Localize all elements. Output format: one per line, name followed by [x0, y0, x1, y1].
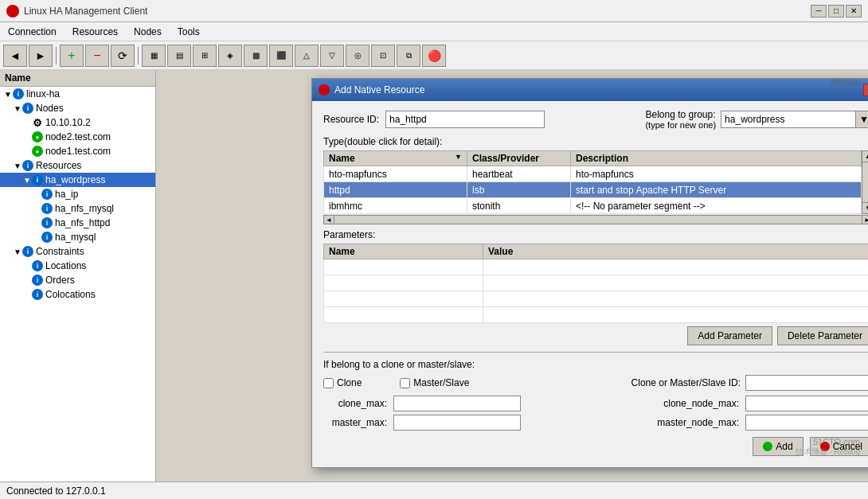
- tool10-button[interactable]: ⊡: [371, 45, 395, 67]
- sidebar-item-resources[interactable]: ▼ i Resources: [0, 158, 155, 173]
- clone-checkbox-group: Clone: [323, 377, 362, 388]
- tool1-button[interactable]: ▦: [142, 45, 166, 67]
- info-icon-ha-mysql: i: [41, 232, 53, 243]
- sidebar-label-ip: 10.10.10.2: [45, 117, 91, 128]
- sidebar-item-ha-nfs-httpd[interactable]: i ha_nfs_httpd: [0, 216, 155, 230]
- info-icon-ha-nfs-httpd: i: [41, 217, 53, 228]
- tool4-button[interactable]: ◈: [218, 45, 242, 67]
- sidebar-item-ha-wordpress[interactable]: ▼ i ha_wordpress: [0, 173, 155, 187]
- resource-id-input[interactable]: [385, 111, 545, 128]
- toolbar-separator: [56, 47, 57, 64]
- master-max-label: master_max:: [323, 417, 387, 428]
- forward-button[interactable]: ►: [29, 45, 53, 67]
- menu-bar: Connection Resources Nodes Tools: [0, 22, 868, 41]
- menu-resources[interactable]: Resources: [65, 25, 126, 39]
- params-col-name: Name: [324, 244, 483, 259]
- circle-icon-node2: ●: [32, 131, 43, 142]
- sidebar-label-resources: Resources: [36, 160, 81, 171]
- master-checkbox[interactable]: [400, 378, 410, 388]
- tree-arrow-linux-ha: ▼: [3, 90, 13, 99]
- clone-id-label: Clone or Master/Slave ID:: [631, 377, 741, 388]
- left-fields: clone_max: master_max:: [323, 396, 521, 431]
- title-bar: Linux HA Management Client ─ □ ✕: [0, 0, 868, 22]
- main-content: Add Native Resource ✕ Resource ID: Belon…: [156, 70, 868, 481]
- master-node-max-label: master_node_max:: [651, 417, 739, 428]
- minimize-button[interactable]: ─: [811, 5, 827, 18]
- sidebar-label-colocations: Colocations: [45, 289, 96, 300]
- info-icon-nodes: i: [22, 103, 33, 114]
- tool6-button[interactable]: ⬛: [269, 45, 293, 67]
- sidebar-header: Name: [0, 70, 155, 87]
- remove-button[interactable]: −: [85, 45, 109, 67]
- sidebar-label-linux-ha: linux-ha: [26, 88, 60, 99]
- clone-max-label: clone_max:: [323, 398, 387, 409]
- type-col-class: Class/Provider: [467, 151, 571, 166]
- sidebar-item-node1[interactable]: ● node1.test.com: [0, 144, 155, 158]
- sidebar: Name ▼ i linux-ha ▼ i Nodes ⚙ 10.10.10.2…: [0, 70, 156, 481]
- info-icon-locations: i: [32, 260, 43, 271]
- type-row-httpd-name: httpd: [324, 182, 467, 198]
- info-icon-ha-ip: i: [41, 189, 53, 200]
- sidebar-item-nodes[interactable]: ▼ i Nodes: [0, 101, 155, 115]
- close-button[interactable]: ✕: [846, 5, 862, 18]
- type-row-hto-class: heartbeat: [467, 166, 571, 182]
- resource-id-label: Resource ID:: [323, 114, 379, 125]
- sidebar-item-ha-ip[interactable]: i ha_ip: [0, 187, 155, 201]
- menu-connection[interactable]: Connection: [0, 25, 65, 39]
- info-icon-colocations: i: [32, 289, 43, 300]
- sidebar-item-orders[interactable]: i Orders: [0, 273, 155, 287]
- info-icon-orders: i: [32, 275, 43, 286]
- scroll-left-arrow[interactable]: ◄: [323, 215, 334, 224]
- sidebar-item-constraints[interactable]: ▼ i Constraints: [0, 244, 155, 259]
- sidebar-item-ha-nfs-mysql[interactable]: i ha_nfs_mysql: [0, 201, 155, 216]
- sidebar-label-orders: Orders: [45, 275, 75, 286]
- clone-checkbox[interactable]: [323, 378, 334, 388]
- maximize-button[interactable]: □: [828, 5, 844, 18]
- sidebar-item-locations[interactable]: i Locations: [0, 259, 155, 273]
- tree-arrow-resources: ▼: [13, 162, 22, 170]
- sidebar-label-constraints: Constraints: [36, 246, 84, 257]
- type-row-httpd-class: lsb: [467, 182, 571, 198]
- dialog-title-icon: [319, 84, 330, 96]
- add-button[interactable]: +: [60, 45, 84, 67]
- back-button[interactable]: ◄: [3, 45, 27, 67]
- app-title: Linux HA Management Client: [24, 6, 147, 17]
- clone-node-max-label: clone_node_max:: [651, 398, 739, 409]
- sidebar-item-colocations[interactable]: i Colocations: [0, 287, 155, 302]
- main-layout: Name ▼ i linux-ha ▼ i Nodes ⚙ 10.10.10.2…: [0, 70, 868, 481]
- sidebar-item-10.10.10.2[interactable]: ⚙ 10.10.10.2: [0, 115, 155, 130]
- window-controls[interactable]: ─ □ ✕: [811, 5, 862, 18]
- info-icon-constraints: i: [22, 246, 33, 257]
- tool12-button[interactable]: 🔴: [422, 45, 446, 67]
- tool3-button[interactable]: ⊞: [193, 45, 217, 67]
- sidebar-item-linux-ha[interactable]: ▼ i linux-ha: [0, 87, 155, 101]
- tool11-button[interactable]: ⧉: [397, 45, 420, 67]
- tool7-button[interactable]: △: [295, 45, 319, 67]
- master-checkbox-label: Master/Slave: [413, 377, 469, 388]
- belong-label: Belong to group:: [645, 109, 716, 120]
- watermark: 51CTO.com 技术博客 · ReBlog: [796, 437, 860, 458]
- toolbar: ◄ ► + − ⟳ ▦ ▤ ⊞ ◈ ▩ ⬛ △ ▽ ◎ ⊡ ⧉ 🔴: [0, 41, 868, 70]
- master-max-input[interactable]: [393, 415, 521, 431]
- sidebar-item-node2[interactable]: ● node2.test.com: [0, 130, 155, 144]
- info-icon-linux-ha: i: [13, 88, 24, 99]
- tool9-button[interactable]: ◎: [346, 45, 369, 67]
- sidebar-item-ha-mysql[interactable]: i ha_mysql: [0, 230, 155, 244]
- belong-sub-label: (type for new one): [645, 120, 716, 130]
- refresh-button[interactable]: ⟳: [111, 45, 135, 67]
- clone-max-input[interactable]: [393, 396, 521, 411]
- sidebar-label-ha-nfs-mysql: ha_nfs_mysql: [55, 203, 114, 214]
- right-side-panel: Attribute: [741, 70, 868, 464]
- tree-arrow-nodes: ▼: [13, 104, 22, 113]
- tool5-button[interactable]: ▩: [244, 45, 268, 67]
- circle-icon-node1: ●: [32, 146, 43, 157]
- menu-tools[interactable]: Tools: [170, 25, 208, 39]
- tool2-button[interactable]: ▤: [167, 45, 191, 67]
- status-text: Connected to 127.0.0.1: [6, 485, 106, 497]
- right-label-attribute: Attribute: [831, 78, 860, 87]
- master-checkbox-group: Master/Slave: [400, 377, 469, 388]
- info-icon-resources: i: [22, 160, 33, 171]
- menu-nodes[interactable]: Nodes: [126, 25, 170, 39]
- tool8-button[interactable]: ▽: [320, 45, 344, 67]
- tree-arrow-constraints: ▼: [13, 248, 22, 256]
